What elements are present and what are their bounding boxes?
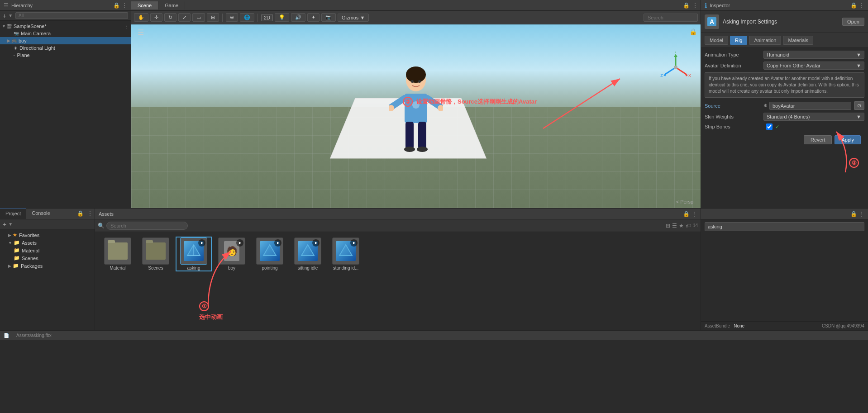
tab-materials[interactable]: Materials	[783, 36, 813, 45]
annotation-text-2: 设置动画骨骼，Source选择刚刚生成的Avatar	[416, 98, 537, 106]
bottom-insp-more-icon[interactable]: ⋮	[859, 211, 864, 217]
viewport-lock[interactable]: 🔒	[689, 28, 697, 35]
bottom-insp-lock-icon[interactable]: 🔒	[850, 211, 857, 217]
tree-item-packages[interactable]: ▶ 📁 Packages	[0, 262, 95, 270]
add-btn[interactable]: +	[3, 12, 6, 19]
hierarchy-scene[interactable]: ▼ 🎬 SampleScene* ⋮	[0, 23, 131, 30]
assets-view-icon2[interactable]: ☰	[672, 223, 677, 229]
project-more-icon[interactable]: ⋮	[86, 209, 95, 219]
hierarchy-item-plane[interactable]: ▶ ▫ Plane	[0, 52, 131, 59]
assets-search-input[interactable]	[106, 222, 188, 230]
bottom-insp-footer: AssetBundle None CSDN @qq:4949394	[701, 321, 868, 330]
scene-more-icon[interactable]: ⋮	[692, 2, 698, 9]
asset-scenes[interactable]: Scenes	[138, 237, 173, 271]
tab-model[interactable]: Model	[705, 36, 728, 45]
tool-camera[interactable]: 📷	[321, 13, 336, 22]
strip-bones-checkbox[interactable]	[766, 123, 773, 130]
assets-lock-icon[interactable]: 🔒	[683, 211, 690, 217]
asset-pointing[interactable]: pointing	[253, 237, 287, 271]
skin-weights-dropdown[interactable]: Standard (4 Bones) ▼	[763, 113, 864, 121]
svg-point-23	[674, 66, 677, 69]
asset-material[interactable]: Material	[100, 237, 135, 271]
info-text: If you have already created an Avatar fo…	[709, 76, 859, 94]
hierarchy-toolbar: + ▼	[0, 11, 131, 21]
scene-lock-icon[interactable]: 🔒	[683, 2, 690, 9]
light-icon: ☀	[14, 46, 18, 51]
annotation-circle-1: ①	[199, 301, 209, 311]
bottom-asset-name-field[interactable]	[705, 222, 864, 231]
asset-boy[interactable]: 🧑 boy	[215, 237, 249, 271]
tree-item-scenes[interactable]: 📁 Scenes	[0, 254, 95, 262]
asset-standing[interactable]: standing id...	[329, 237, 363, 271]
tool-rect[interactable]: ▭	[192, 13, 205, 22]
scene-more-icon[interactable]: ⋮	[124, 24, 129, 29]
hierarchy-item-boy[interactable]: ▶ 🎮 boy	[0, 37, 131, 44]
hierarchy-title: Hierarchy	[11, 3, 33, 8]
inspector-more-icon[interactable]: ⋮	[859, 2, 864, 9]
hierarchy-lock-icon[interactable]: 🔒	[113, 2, 120, 9]
scene-expand: ▼	[2, 24, 6, 28]
revert-button[interactable]: Revert	[804, 135, 832, 144]
tool-hand[interactable]: ✋	[134, 13, 148, 22]
tree-item-material[interactable]: 📁 Material	[0, 247, 95, 254]
inspector-asset-icon: A	[705, 14, 719, 29]
open-button[interactable]: Open	[842, 18, 864, 26]
animation-type-label: Animation Type	[705, 52, 763, 57]
tab-game[interactable]: Game	[158, 1, 185, 9]
scene-search[interactable]	[644, 14, 698, 22]
tool-global[interactable]: 🌐	[240, 13, 254, 22]
tool-move[interactable]: ✛	[150, 13, 162, 22]
tool-rotate[interactable]: ↻	[164, 13, 176, 22]
source-input[interactable]	[769, 102, 851, 110]
bottom-area: Project Console 🔒 ⋮ + ▼ ▶ ★ Favorites	[0, 208, 868, 330]
asset-sitting-idle[interactable]: sitting idle	[291, 237, 325, 271]
inspector-lock-icon[interactable]: 🔒	[850, 2, 857, 9]
tab-project[interactable]: Project	[0, 209, 26, 219]
animation-type-dropdown[interactable]: Humanoid ▼	[763, 51, 864, 59]
annotation-circle-2: ②	[403, 97, 413, 107]
svg-text:Z: Z	[660, 73, 663, 78]
assets-more-icon[interactable]: ⋮	[692, 211, 697, 217]
project-panel: Project Console 🔒 ⋮ + ▼ ▶ ★ Favorites	[0, 209, 95, 330]
version-label: CSDN @qq:4949394	[822, 323, 864, 328]
asset-asking[interactable]: asking	[176, 237, 211, 271]
tool-gizmos[interactable]: Gizmos ▼	[338, 14, 369, 22]
viewport-gizmo: Y X Z	[660, 52, 692, 83]
source-pick-button[interactable]: ⊙	[854, 101, 864, 110]
tab-rig[interactable]: Rig	[730, 36, 748, 45]
tab-scene[interactable]: Scene	[131, 1, 158, 9]
material-label: Material	[22, 248, 39, 253]
plane-icon: ▫	[14, 53, 15, 58]
proj-filter-btn[interactable]: ▼	[8, 222, 13, 227]
tree-item-assets[interactable]: ▼ 📁 Assets	[0, 239, 95, 247]
hierarchy-search[interactable]	[15, 12, 128, 19]
asset-pointing-thumb	[256, 237, 283, 265]
apply-button[interactable]: Apply	[835, 135, 861, 144]
viewport-hamburger[interactable]: ☰	[138, 28, 144, 37]
tree-item-favorites[interactable]: ▶ ★ Favorites	[0, 231, 95, 239]
tool-fx[interactable]: ✦	[307, 13, 320, 22]
tab-animation[interactable]: Animation	[749, 36, 781, 45]
tool-light[interactable]: 💡	[275, 13, 289, 22]
svg-point-10	[417, 147, 428, 152]
tab-console[interactable]: Console	[26, 209, 55, 219]
filter-dropdown[interactable]: ▼	[8, 13, 13, 18]
project-lock-icon[interactable]: 🔒	[75, 209, 86, 219]
badge-2d[interactable]: 2D	[261, 14, 273, 21]
hierarchy-more-icon[interactable]: ⋮	[122, 2, 127, 9]
avatar-definition-dropdown[interactable]: Copy From Other Avatar ▼	[763, 62, 864, 70]
assets-star-icon[interactable]: ★	[679, 223, 684, 229]
tool-scale[interactable]: ⤢	[178, 13, 191, 22]
hierarchy-item-camera[interactable]: ▶ 📷 Main Camera	[0, 30, 131, 37]
tool-center[interactable]: ⊕	[226, 13, 238, 22]
hierarchy-item-light[interactable]: ▶ ☀ Directional Light	[0, 44, 131, 52]
tool-audio[interactable]: 🔊	[291, 13, 305, 22]
proj-add-btn[interactable]: +	[3, 221, 6, 228]
assets-view-icon1[interactable]: ⊞	[666, 223, 670, 229]
source-label[interactable]: Source	[705, 103, 763, 109]
tool-transform[interactable]: ⊞	[207, 13, 219, 22]
svg-point-12	[418, 80, 421, 83]
hierarchy-menu-icon[interactable]: ☰	[4, 2, 9, 9]
strip-bones-check-label: ✓	[775, 124, 779, 130]
assets-tag-icon[interactable]: 🏷	[686, 223, 691, 229]
